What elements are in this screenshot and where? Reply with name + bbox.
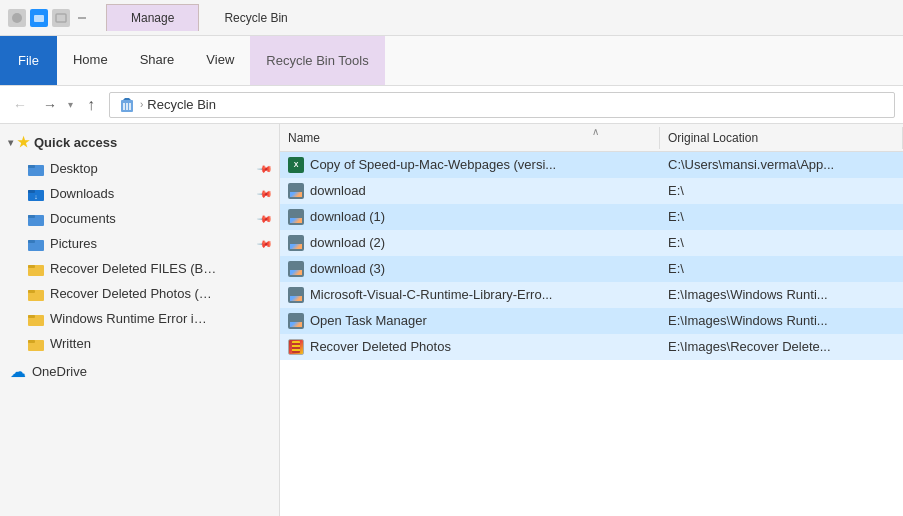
address-path-text: Recycle Bin (147, 97, 216, 112)
recover1-folder-icon (28, 262, 44, 276)
forward-button[interactable]: → (38, 93, 62, 117)
documents-folder-icon (28, 212, 44, 226)
tab-recycle-bin-title[interactable]: Recycle Bin (199, 4, 312, 31)
desktop-pin-icon: 📌 (257, 160, 273, 176)
table-row[interactable]: download E:\ (280, 178, 903, 204)
svg-rect-14 (28, 215, 35, 218)
table-row[interactable]: Recover Deleted Photos E:\Images\Recover… (280, 334, 903, 360)
collapse-icon[interactable]: ∧ (592, 126, 599, 137)
svg-rect-16 (28, 240, 35, 243)
table-row[interactable]: download (2) E:\ (280, 230, 903, 256)
documents-pin-icon: 📌 (257, 210, 273, 226)
svg-rect-1 (34, 15, 44, 22)
sidebar-item-recover1[interactable]: Recover Deleted FILES (B… (0, 256, 279, 281)
sidebar-item-documents[interactable]: Documents 📌 (0, 206, 279, 231)
file-list: X Copy of Speed-up-Mac-Webpages (versi..… (280, 152, 903, 516)
recover2-folder-icon (28, 287, 44, 301)
sidebar-item-desktop[interactable]: Desktop 📌 (0, 156, 279, 181)
written-folder-icon (28, 337, 44, 351)
desktop-folder-icon (28, 162, 44, 176)
file-name: download (2) (310, 235, 385, 250)
ribbon-tab-home[interactable]: Home (57, 36, 124, 85)
address-path[interactable]: › Recycle Bin (109, 92, 895, 118)
tb-icon-3 (52, 9, 70, 27)
recycle-bin-icon (118, 96, 136, 114)
excel-icon: X (288, 157, 304, 173)
ribbon-tab-share[interactable]: Share (124, 36, 191, 85)
table-row[interactable]: Open Task Manager E:\Images\Windows Runt… (280, 308, 903, 334)
image-icon (288, 287, 304, 303)
file-location-cell: C:\Users\mansi.verma\App... (660, 157, 903, 172)
ribbon-recycle-tools[interactable]: Recycle Bin Tools (250, 36, 384, 85)
quick-access-star-icon: ★ (17, 134, 30, 150)
file-name: Open Task Manager (310, 313, 427, 328)
quick-access-label: Quick access (34, 135, 117, 150)
svg-point-0 (12, 13, 22, 23)
file-location-cell: E:\ (660, 261, 903, 276)
quick-access-chevron: ▾ (8, 137, 13, 148)
file-location-cell: E:\ (660, 183, 903, 198)
ribbon-file-button[interactable]: File (0, 36, 57, 85)
table-row[interactable]: download (3) E:\ (280, 256, 903, 282)
sidebar-item-recover2[interactable]: Recover Deleted Photos (… (0, 281, 279, 306)
tb-icon-1 (8, 9, 26, 27)
sidebar: ▾ ★ Quick access Desktop 📌 ↓ (0, 124, 280, 516)
file-name: Microsoft-Visual-C-Runtime-Library-Erro.… (310, 287, 552, 302)
sidebar-item-runtime[interactable]: Windows Runtime Error i… (0, 306, 279, 331)
file-name-cell: download (280, 183, 660, 199)
col-header-location[interactable]: Original Location (660, 127, 903, 149)
image-icon (288, 261, 304, 277)
file-name-cell: Recover Deleted Photos (280, 339, 660, 355)
col-header-name[interactable]: Name (280, 127, 660, 149)
file-name: download (3) (310, 261, 385, 276)
sidebar-item-recover2-label: Recover Deleted Photos (… (50, 286, 271, 301)
table-row[interactable]: download (1) E:\ (280, 204, 903, 230)
image-icon (288, 183, 304, 199)
up-button[interactable]: ↑ (79, 93, 103, 117)
downloads-folder-icon: ↓ (28, 187, 44, 201)
tb-separator (78, 17, 86, 19)
file-location-cell: E:\Images\Recover Delete... (660, 339, 903, 354)
ribbon-tab-view[interactable]: View (190, 36, 250, 85)
sidebar-item-downloads-label: Downloads (50, 186, 253, 201)
sidebar-item-pictures[interactable]: Pictures 📌 (0, 231, 279, 256)
table-row[interactable]: X Copy of Speed-up-Mac-Webpages (versi..… (280, 152, 903, 178)
file-name-cell: Microsoft-Visual-C-Runtime-Library-Erro.… (280, 287, 660, 303)
svg-text:↓: ↓ (34, 193, 38, 200)
svg-rect-20 (28, 290, 35, 293)
svg-rect-2 (56, 14, 66, 22)
quick-access-section: ▾ ★ Quick access Desktop 📌 ↓ (0, 128, 279, 356)
svg-rect-22 (28, 315, 35, 318)
address-bar: ← → ▾ ↑ › Recycle Bin (0, 86, 903, 124)
tab-manage[interactable]: Manage (106, 4, 199, 31)
sidebar-item-written[interactable]: Written (0, 331, 279, 356)
svg-marker-4 (123, 98, 131, 100)
file-name-cell: download (3) (280, 261, 660, 277)
quick-access-header[interactable]: ▾ ★ Quick access (0, 128, 279, 156)
file-name: Copy of Speed-up-Mac-Webpages (versi... (310, 157, 556, 172)
ribbon: File Home Share View Recycle Bin Tools (0, 36, 903, 86)
sidebar-item-pictures-label: Pictures (50, 236, 253, 251)
main-layout: ▾ ★ Quick access Desktop 📌 ↓ (0, 124, 903, 516)
image-icon (288, 235, 304, 251)
pictures-pin-icon: 📌 (257, 235, 273, 251)
sidebar-item-downloads[interactable]: ↓ Downloads 📌 (0, 181, 279, 206)
sidebar-item-onedrive[interactable]: ☁ OneDrive (0, 356, 279, 387)
file-location-cell: E:\Images\Windows Runti... (660, 287, 903, 302)
file-name-cell: Open Task Manager (280, 313, 660, 329)
file-name-cell: download (2) (280, 235, 660, 251)
address-chevron: › (140, 99, 143, 110)
image-icon (288, 313, 304, 329)
sidebar-item-written-label: Written (50, 336, 271, 351)
content-area: ∧ Name Original Location X Copy of Speed… (280, 124, 903, 516)
sidebar-item-runtime-label: Windows Runtime Error i… (50, 311, 271, 326)
svg-rect-9 (28, 165, 35, 168)
table-row[interactable]: Microsoft-Visual-C-Runtime-Library-Erro.… (280, 282, 903, 308)
ribbon-tabs: Home Share View (57, 36, 250, 85)
tb-icon-2 (30, 9, 48, 27)
onedrive-cloud-icon: ☁ (10, 362, 26, 381)
svg-rect-18 (28, 265, 35, 268)
file-name: download (310, 183, 366, 198)
file-location-cell: E:\ (660, 209, 903, 224)
nav-dropdown-button[interactable]: ▾ (68, 99, 73, 110)
